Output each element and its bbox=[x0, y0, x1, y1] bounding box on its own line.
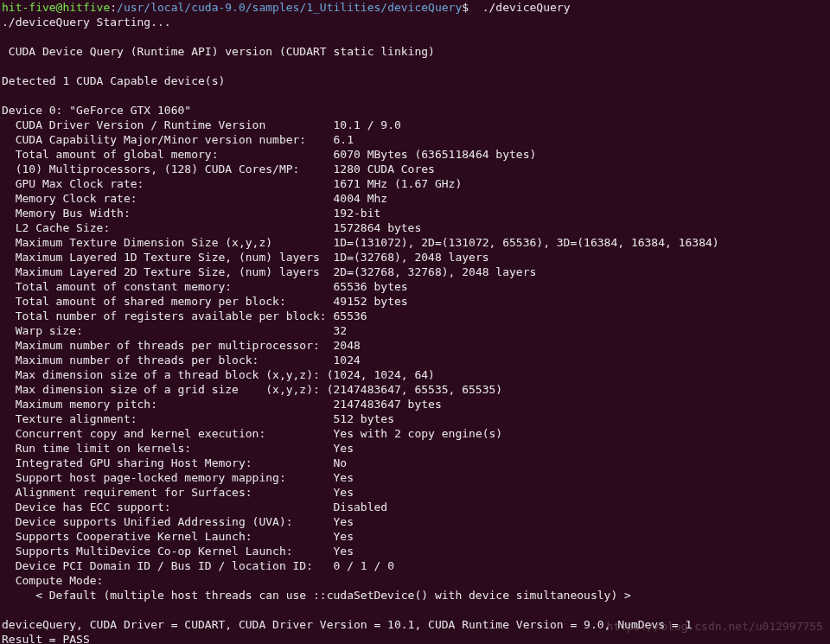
property-label: Integrated GPU sharing Host Memory: bbox=[2, 456, 334, 469]
property-line: Maximum number of threads per block: 102… bbox=[2, 353, 828, 367]
property-value: 0 / 1 / 0 bbox=[334, 559, 394, 572]
property-label: Supports MultiDevice Co-op Kernel Launch… bbox=[2, 545, 334, 558]
property-value: 65536 bbox=[334, 309, 367, 322]
property-line: Maximum Layered 2D Texture Size, (num) l… bbox=[2, 265, 828, 279]
property-value: 1024 bbox=[334, 354, 361, 367]
property-value: Disabled bbox=[334, 501, 388, 513]
blank-line bbox=[2, 29, 828, 44]
property-value: 1D=(32768), 2048 layers bbox=[334, 251, 489, 264]
property-line: Alignment requirement for Surfaces: Yes bbox=[2, 485, 828, 500]
prompt-line: hit-five@hitfive:/usr/local/cuda-9.0/sam… bbox=[2, 0, 828, 15]
property-line: Device PCI Domain ID / Bus ID / location… bbox=[2, 558, 828, 573]
property-label: Device supports Unified Addressing (UVA)… bbox=[2, 515, 334, 528]
property-value: Yes bbox=[334, 515, 354, 528]
property-line: Texture alignment: 512 bytes bbox=[2, 411, 828, 426]
property-value: 49152 bytes bbox=[334, 295, 408, 308]
property-label: Warp size: bbox=[2, 324, 334, 337]
property-value: 4004 Mhz bbox=[334, 192, 388, 205]
property-line: Support host page-locked memory mapping:… bbox=[2, 470, 828, 485]
property-label: Total number of registers available per … bbox=[2, 309, 334, 322]
property-line: Memory Clock rate: 4004 Mhz bbox=[2, 191, 828, 206]
property-value: (1024, 1024, 64) bbox=[327, 368, 435, 381]
property-line: Max dimension size of a thread block (x,… bbox=[2, 367, 828, 382]
property-line: (10) Multiprocessors, (128) CUDA Cores/M… bbox=[2, 162, 828, 176]
header-line: CUDA Device Query (Runtime API) version … bbox=[2, 44, 828, 59]
blank-line bbox=[2, 59, 828, 73]
property-label: Maximum number of threads per block: bbox=[2, 354, 334, 367]
property-line: CUDA Capability Major/Minor version numb… bbox=[2, 132, 828, 147]
blank-line bbox=[2, 88, 828, 103]
property-label: Alignment requirement for Surfaces: bbox=[2, 486, 334, 499]
prompt-sep: : bbox=[110, 1, 117, 14]
property-line: Maximum Layered 1D Texture Size, (num) l… bbox=[2, 250, 828, 265]
property-value: 2147483647 bytes bbox=[334, 398, 442, 411]
property-line: Maximum Texture Dimension Size (x,y,z) 1… bbox=[2, 235, 828, 250]
result-line: Result = PASS bbox=[2, 632, 828, 644]
property-line: CUDA Driver Version / Runtime Version 10… bbox=[2, 118, 828, 132]
property-value: 1280 CUDA Cores bbox=[334, 163, 435, 175]
property-value: 1671 MHz (1.67 GHz) bbox=[334, 177, 463, 190]
property-line: Warp size: 32 bbox=[2, 323, 828, 338]
property-label: Supports Cooperative Kernel Launch: bbox=[2, 530, 334, 543]
property-value: 32 bbox=[334, 324, 348, 337]
property-value: 1572864 bytes bbox=[334, 221, 422, 234]
property-label: Memory Clock rate: bbox=[2, 192, 334, 205]
device-name-line: Device 0: "GeForce GTX 1060" bbox=[2, 103, 828, 118]
property-label: Texture alignment: bbox=[2, 412, 334, 425]
property-label: Maximum memory pitch: bbox=[2, 398, 334, 411]
property-value: 6070 MBytes (6365118464 bytes) bbox=[334, 148, 537, 161]
property-label: Maximum number of threads per multiproce… bbox=[2, 339, 334, 352]
compute-mode-label: Compute Mode: bbox=[2, 573, 828, 588]
property-line: Maximum number of threads per multiproce… bbox=[2, 338, 828, 353]
property-line: Total amount of global memory: 6070 MByt… bbox=[2, 147, 828, 162]
property-label: Support host page-locked memory mapping: bbox=[2, 471, 334, 484]
property-label: Max dimension size of a thread block (x,… bbox=[2, 368, 327, 381]
property-label: Total amount of shared memory per block: bbox=[2, 295, 334, 308]
prompt-dollar: $ bbox=[462, 1, 469, 14]
property-label: Maximum Layered 1D Texture Size, (num) l… bbox=[2, 251, 334, 264]
property-value: 2048 bbox=[334, 339, 361, 352]
property-label: Device has ECC support: bbox=[2, 501, 334, 513]
compute-mode-value: < Default (multiple host threads can use… bbox=[2, 588, 828, 603]
property-line: Concurrent copy and kernel execution: Ye… bbox=[2, 426, 828, 441]
property-label: Maximum Layered 2D Texture Size, (num) l… bbox=[2, 265, 334, 278]
property-value: 6.1 bbox=[334, 133, 354, 146]
property-label: Total amount of constant memory: bbox=[2, 280, 334, 293]
property-label: Device PCI Domain ID / Bus ID / location… bbox=[2, 559, 334, 572]
property-line: Max dimension size of a grid size (x,y,z… bbox=[2, 382, 828, 397]
property-line: Integrated GPU sharing Host Memory: No bbox=[2, 456, 828, 470]
property-label: Memory Bus Width: bbox=[2, 207, 334, 220]
blank-line bbox=[2, 603, 828, 617]
property-label: (10) Multiprocessors, (128) CUDA Cores/M… bbox=[2, 163, 334, 175]
property-label: Concurrent copy and kernel execution: bbox=[2, 427, 334, 440]
property-value: 2D=(32768, 32768), 2048 layers bbox=[334, 265, 537, 278]
property-line: Maximum memory pitch: 2147483647 bytes bbox=[2, 397, 828, 411]
property-value: Yes bbox=[334, 442, 354, 455]
summary-line: deviceQuery, CUDA Driver = CUDART, CUDA … bbox=[2, 617, 828, 632]
property-value: 1D=(131072), 2D=(131072, 65536), 3D=(163… bbox=[334, 236, 719, 249]
property-label: L2 Cache Size: bbox=[2, 221, 334, 234]
prompt-path: /usr/local/cuda-9.0/samples/1_Utilities/… bbox=[117, 1, 462, 14]
property-label: Run time limit on kernels: bbox=[2, 442, 334, 455]
property-value: 65536 bytes bbox=[334, 280, 408, 293]
property-value: Yes bbox=[334, 530, 354, 543]
property-value: 192-bit bbox=[334, 207, 381, 220]
property-value: Yes bbox=[334, 486, 354, 499]
detected-line: Detected 1 CUDA Capable device(s) bbox=[2, 73, 828, 88]
property-label: CUDA Capability Major/Minor version numb… bbox=[2, 133, 334, 146]
property-label: Max dimension size of a grid size (x,y,z… bbox=[2, 383, 327, 396]
property-value: Yes bbox=[334, 545, 354, 558]
property-line: GPU Max Clock rate: 1671 MHz (1.67 GHz) bbox=[2, 176, 828, 191]
property-line: Device has ECC support: Disabled bbox=[2, 500, 828, 514]
property-line: Memory Bus Width: 192-bit bbox=[2, 206, 828, 220]
property-value: Yes bbox=[334, 471, 354, 484]
property-line: Device supports Unified Addressing (UVA)… bbox=[2, 514, 828, 529]
property-line: Run time limit on kernels: Yes bbox=[2, 441, 828, 456]
terminal-output[interactable]: hit-five@hitfive:/usr/local/cuda-9.0/sam… bbox=[2, 0, 828, 644]
property-line: Supports Cooperative Kernel Launch: Yes bbox=[2, 529, 828, 544]
property-value: Yes with 2 copy engine(s) bbox=[334, 427, 503, 440]
prompt-command: ./deviceQuery bbox=[469, 1, 570, 14]
property-value: (2147483647, 65535, 65535) bbox=[327, 383, 503, 396]
prompt-user: hit-five@hitfive bbox=[2, 1, 110, 14]
property-value: No bbox=[334, 456, 348, 469]
